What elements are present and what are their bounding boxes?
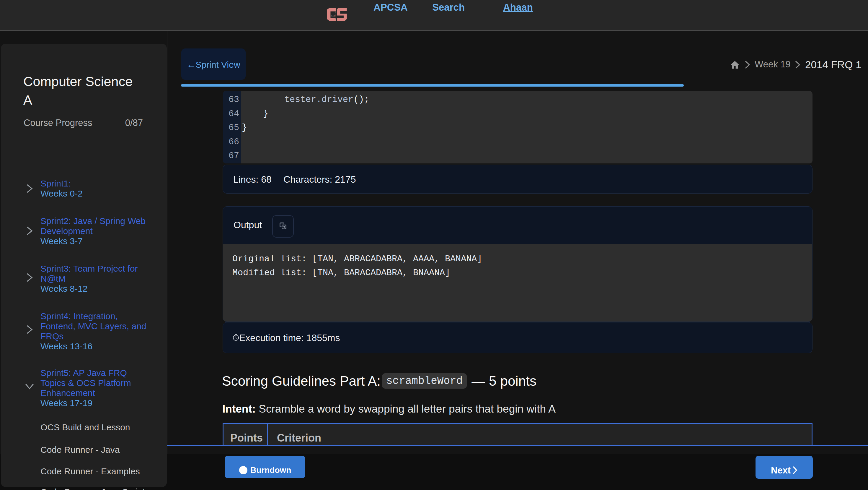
svg-text:P: P <box>335 13 336 16</box>
svg-text:N: N <box>335 18 336 20</box>
svg-text:O: O <box>335 11 336 13</box>
svg-text:E: E <box>335 16 336 18</box>
